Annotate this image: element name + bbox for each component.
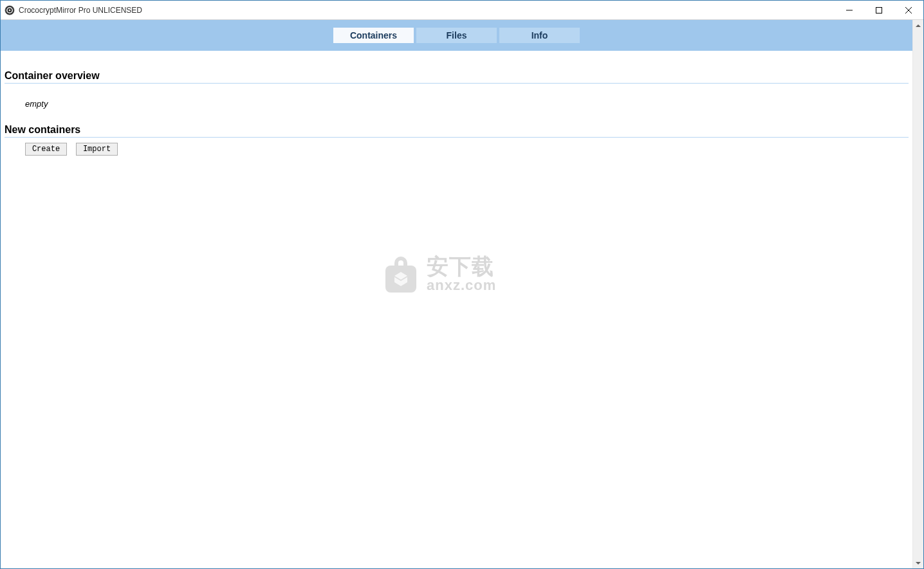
- content-wrapper: Containers Files Info Container overview…: [1, 20, 912, 568]
- titlebar: CrococryptMirror Pro UNLICENSED: [1, 1, 923, 20]
- button-label: Import: [83, 145, 111, 154]
- tab-info[interactable]: Info: [499, 28, 580, 43]
- close-button[interactable]: [894, 1, 923, 19]
- page-content: Container overview empty New containers …: [1, 51, 912, 568]
- maximize-button[interactable]: [864, 1, 894, 19]
- close-icon: [905, 7, 912, 14]
- vertical-scrollbar[interactable]: [912, 20, 923, 568]
- tabbar: Containers Files Info: [1, 20, 912, 51]
- import-button[interactable]: Import: [76, 143, 118, 156]
- window-controls: [835, 1, 923, 19]
- app-window: CrococryptMirror Pro UNLICENSED Containe…: [0, 0, 924, 569]
- button-row: Create Import: [5, 138, 909, 156]
- maximize-icon: [876, 7, 882, 14]
- overview-heading: Container overview: [5, 70, 909, 82]
- app-icon: [5, 5, 15, 15]
- tab-containers[interactable]: Containers: [333, 28, 414, 43]
- create-button[interactable]: Create: [25, 143, 67, 156]
- svg-marker-7: [916, 24, 921, 27]
- new-containers-section: Create Import: [5, 137, 909, 156]
- scroll-track[interactable]: [913, 31, 923, 557]
- scroll-down-arrow-icon[interactable]: [913, 557, 923, 568]
- svg-rect-4: [876, 7, 882, 13]
- overview-empty-text: empty: [25, 99, 909, 109]
- minimize-button[interactable]: [835, 1, 864, 19]
- tab-files[interactable]: Files: [416, 28, 497, 43]
- svg-marker-8: [916, 562, 921, 564]
- client-area: Containers Files Info Container overview…: [1, 20, 923, 568]
- svg-point-2: [9, 9, 11, 11]
- button-label: Create: [32, 145, 60, 154]
- new-containers-heading: New containers: [5, 124, 909, 136]
- tab-label: Info: [531, 30, 548, 41]
- minimize-icon: [846, 7, 853, 14]
- tab-label: Containers: [350, 30, 397, 41]
- tab-label: Files: [447, 30, 467, 41]
- scroll-up-arrow-icon[interactable]: [913, 20, 923, 31]
- window-title: CrococryptMirror Pro UNLICENSED: [19, 6, 142, 15]
- overview-section: empty: [5, 83, 909, 109]
